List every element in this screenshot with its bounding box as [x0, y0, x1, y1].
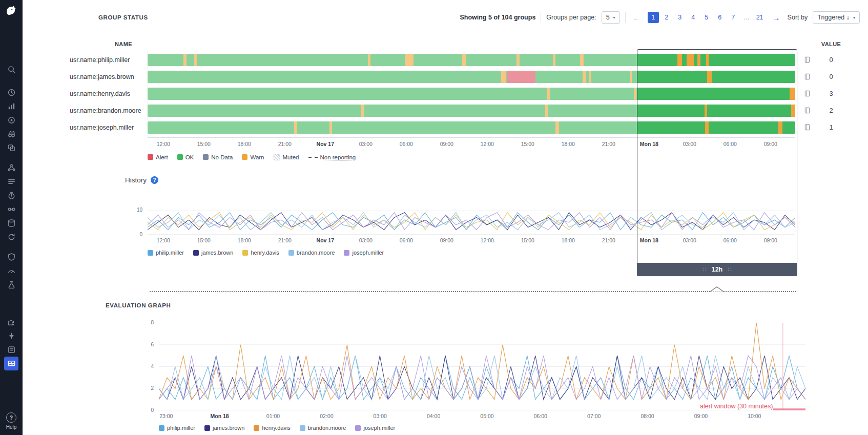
metrics-icon[interactable] [4, 99, 18, 113]
drag-handle-icon[interactable]: ∷ [702, 266, 707, 273]
help-button[interactable]: ? Help [6, 412, 17, 430]
legend-item-brandon.moore[interactable]: brandon.moore [300, 425, 346, 431]
group-name[interactable]: usr.name:philip.miller [70, 56, 148, 64]
pagination-ellipsis: … [741, 12, 752, 23]
group-name[interactable]: usr.name:james.brown [70, 73, 148, 80]
page-button-1[interactable]: 1 [648, 12, 659, 23]
help-icon[interactable]: ? [6, 412, 16, 423]
security-icon[interactable] [4, 250, 18, 264]
sort-select[interactable]: Triggered ↓ ▾ [813, 11, 860, 24]
page-button-2[interactable]: 2 [661, 12, 672, 23]
status-segment-warn [361, 105, 365, 117]
legend-swatch [148, 154, 153, 160]
divider [625, 12, 626, 23]
notebook-icon[interactable] [802, 90, 812, 97]
containers-icon[interactable] [4, 141, 18, 155]
axis-tick: 21:00 [270, 141, 300, 147]
groups-per-page-select[interactable]: 5 ▾ [602, 11, 620, 24]
datadog-logo[interactable] [0, 0, 23, 23]
watchdog-icon[interactable] [4, 86, 18, 99]
dashboards-icon[interactable] [4, 113, 18, 127]
status-segment-warn [194, 54, 197, 66]
page-button-5[interactable]: 5 [701, 12, 712, 23]
apm-icon[interactable] [4, 189, 18, 202]
notebooks-icon[interactable] [4, 343, 18, 357]
status-segment-warn [545, 105, 548, 117]
notebook-icon[interactable] [802, 124, 812, 131]
status-segment-warn [405, 54, 414, 66]
group-value: 3 [817, 90, 845, 97]
status-segment-warn [547, 88, 550, 100]
timeframe-selector[interactable]: ∷ 12h ∷ [637, 263, 797, 276]
legend-swatch [288, 250, 294, 256]
legend-item-henry.davis[interactable]: henry.davis [242, 250, 279, 256]
legend-item-joseph.miller[interactable]: joseph.miller [355, 425, 395, 431]
legend-label: philip.miller [167, 425, 195, 431]
axis-tick: 10:00 [739, 413, 770, 419]
ci-icon[interactable] [4, 230, 18, 244]
axis-tick: 15:00 [189, 141, 219, 147]
status-segment-warn [589, 71, 591, 83]
legend-item-james.brown[interactable]: james.brown [204, 425, 244, 431]
timeframe-selection-window[interactable]: ∷ 12h ∷ [637, 49, 797, 276]
network-icon[interactable] [4, 161, 18, 175]
status-legend-item: Warn [242, 154, 264, 160]
axis-tick: 06:00 [525, 413, 556, 419]
page-button-4[interactable]: 4 [688, 12, 699, 23]
legend-item-brandon.moore[interactable]: brandon.moore [288, 250, 335, 256]
drag-handle-icon[interactable]: ∷ [728, 266, 732, 273]
status-segment-warn [516, 54, 519, 66]
notebook-icon[interactable] [802, 56, 812, 63]
page-button-7[interactable]: 7 [728, 12, 739, 23]
sort-by-label: Sort by [788, 14, 808, 21]
legend-swatch [148, 250, 153, 256]
search-icon[interactable] [4, 63, 18, 76]
muted-swatch [274, 154, 280, 160]
group-name[interactable]: usr.name:henry.davis [70, 90, 148, 97]
group-name[interactable]: usr.name:brandon.moore [70, 107, 148, 114]
legend-item-philip.miller[interactable]: philip.miller [159, 425, 195, 431]
status-segment-warn [183, 54, 187, 66]
infrastructure-icon[interactable] [4, 127, 18, 141]
axis-tick: 23:00 [151, 413, 181, 419]
page-button-21[interactable]: 21 [754, 12, 766, 23]
prev-page-button[interactable]: ← [631, 13, 643, 22]
legend-swatch [203, 154, 209, 160]
legend-label: joseph.miller [363, 425, 395, 431]
logs-icon[interactable] [4, 175, 18, 189]
page-button-3[interactable]: 3 [674, 12, 686, 23]
monitors-icon[interactable] [4, 357, 18, 370]
legend-label: brandon.moore [297, 250, 335, 256]
service-map-icon[interactable] [4, 202, 18, 216]
legend-swatch [204, 425, 210, 431]
axis-tick: 15:00 [512, 141, 543, 147]
legend-swatch [242, 154, 247, 160]
group-value: 2 [817, 107, 845, 114]
notebook-icon[interactable] [802, 73, 812, 80]
next-page-button[interactable]: → [771, 13, 782, 22]
copilot-icon[interactable] [4, 329, 18, 343]
legend-swatch [254, 425, 259, 431]
rum-icon[interactable] [4, 264, 18, 278]
axis-tick: 21:00 [593, 237, 624, 243]
group-name[interactable]: usr.name:joseph.miller [70, 124, 148, 131]
evaluation-graph-title: EVALUATION GRAPH [106, 302, 171, 308]
notebook-icon[interactable] [802, 107, 812, 114]
synthetics-icon[interactable] [4, 278, 18, 292]
legend-label: james.brown [213, 425, 244, 431]
legend-item-joseph.miller[interactable]: joseph.miller [344, 250, 384, 256]
integrations-icon[interactable] [4, 315, 18, 329]
legend-label: henry.davis [251, 250, 279, 256]
database-icon[interactable] [4, 216, 18, 230]
evaluation-chart[interactable] [159, 323, 805, 410]
axis-tick: 09:00 [431, 237, 462, 243]
legend-item-henry.davis[interactable]: henry.davis [254, 425, 290, 431]
legend-item-james.brown[interactable]: james.brown [193, 250, 233, 256]
history-help-icon[interactable]: ? [151, 176, 158, 184]
group-value: 0 [817, 56, 845, 64]
axis-tick: 21:00 [593, 141, 624, 147]
axis-tick: 18:00 [553, 237, 584, 243]
page-button-6[interactable]: 6 [714, 12, 726, 23]
legend-label: brandon.moore [308, 425, 346, 431]
legend-item-philip.miller[interactable]: philip.miller [148, 250, 184, 256]
